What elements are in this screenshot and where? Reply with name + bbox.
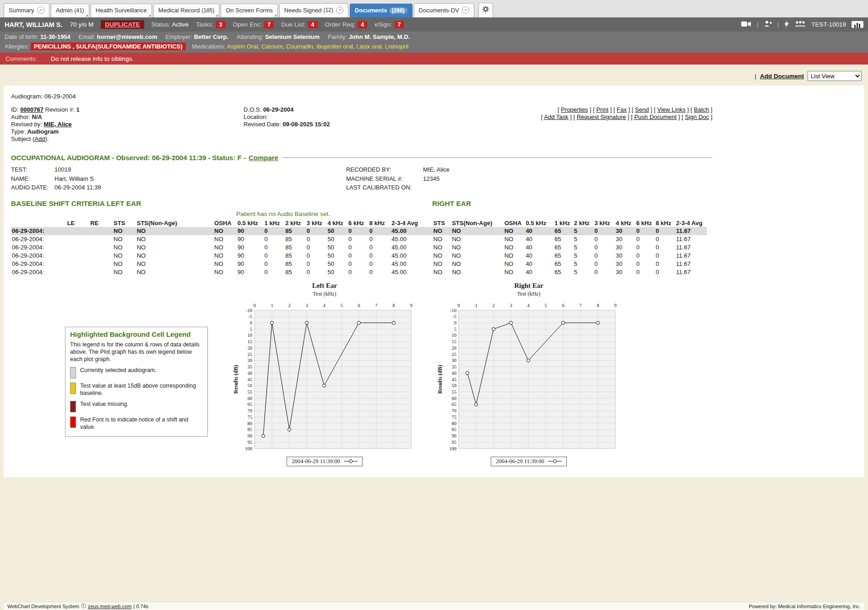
email-value[interactable]: horner@mieweb.com [97, 33, 157, 40]
tab-medical-record[interactable]: Medical Record(185) [153, 4, 219, 17]
column-header: STS(Non-Age) [451, 219, 504, 227]
test-name: Hart, William S [54, 174, 346, 184]
order-req-count-badge[interactable]: 4 [358, 21, 367, 28]
powered-by: Powered by: Medical Informatics Engineer… [749, 604, 861, 609]
lightning-icon[interactable] [784, 21, 789, 29]
patient-header: HART, WILLIAM S. 70 y/o M DUPLICATE Stat… [0, 17, 868, 32]
divider [283, 157, 712, 158]
chart-xlabel: Test (kHz) [233, 291, 417, 297]
open-new-window-icon[interactable]: ↗ [37, 6, 44, 14]
comments-bar: Comments: Do not release info to sibling… [0, 53, 868, 65]
document-controls: | Add Document List View [4, 69, 864, 86]
tab-health-surveillance[interactable]: Health Surveillance [91, 4, 152, 17]
tab-documents-dv[interactable]: Documents-DV ↗ [414, 3, 474, 17]
audiogram-row[interactable]: 06-29-2004:NONONO900850500045.00NONONO40… [11, 268, 707, 276]
chart-button[interactable] [852, 21, 863, 28]
view-select[interactable]: List View [808, 71, 862, 81]
doc-action-request-signature[interactable]: Request Signature [577, 113, 626, 120]
audiogram-row[interactable]: 06-29-2004:NONONO900850500045.00NONONO40… [11, 227, 707, 235]
doc-action-push-document[interactable]: Push Document [634, 113, 677, 120]
svg-text:-10: -10 [246, 308, 252, 313]
duplicate-flag[interactable]: DUPLICATE [101, 20, 144, 29]
doc-action-sign-doc[interactable]: Sign Doc [685, 113, 709, 120]
series-symbol-icon [344, 459, 358, 464]
author-value: N/A [32, 113, 42, 120]
column-header [11, 219, 66, 227]
footer-host-link[interactable]: zeus.med-web.com [88, 604, 131, 609]
add-document-link[interactable]: Add Document [760, 73, 804, 80]
main-content: | Add Document List View Audiogram: 06-2… [0, 65, 868, 610]
add-user-icon[interactable] [764, 21, 772, 28]
revised-date-value: 09-08-2025 15:02 [282, 121, 330, 128]
tab-summary[interactable]: Summary ↗ [4, 3, 49, 17]
doc-action-view-links[interactable]: View Links [657, 106, 686, 113]
column-header: 2-3-4 Avg [675, 219, 707, 227]
tab-needs-signed[interactable]: Needs Signed(12) ↗ [279, 3, 348, 17]
legend-swatch [70, 416, 76, 428]
audiogram-row[interactable]: 06-29-2004:NONONO900850500045.00NONONO40… [11, 260, 707, 268]
cell-legend-items: Currently selected audiogram.Test value … [70, 367, 203, 431]
doc-action-batch[interactable]: Batch [694, 106, 709, 113]
open-new-window-icon[interactable]: ↗ [462, 6, 469, 14]
document-title: Audiogram: 06-29-2004 [11, 93, 712, 100]
revised-by-link[interactable]: MIE, Alice [44, 121, 72, 128]
settings-tab[interactable] [478, 3, 493, 17]
column-header: STS [433, 219, 451, 227]
document-id-link[interactable]: 0000767 [20, 106, 43, 113]
svg-text:9: 9 [614, 303, 616, 308]
doc-action-properties[interactable]: Properties [561, 106, 588, 113]
info-icon[interactable]: ⓘ [81, 603, 86, 610]
tasks-count-badge[interactable]: 3 [216, 21, 226, 28]
column-header: LE [66, 219, 90, 227]
svg-text:95: 95 [248, 439, 253, 444]
esign-count-badge[interactable]: 7 [395, 21, 404, 28]
chart-xlabel: Test (kHz) [437, 291, 621, 297]
tab-documents[interactable]: Documents(288) [350, 4, 412, 17]
svg-text:5: 5 [544, 303, 547, 308]
no-baseline-message: Patient has no Audio Baseline set. [236, 211, 712, 217]
audiogram-heading: OCCUPATIONAL AUDIOGRAM - Observed: 06-29… [11, 154, 712, 162]
open-enc-count-badge[interactable]: 7 [264, 21, 274, 28]
open-new-window-icon[interactable]: ↗ [336, 6, 343, 14]
svg-text:2: 2 [288, 303, 290, 308]
compare-link[interactable]: Compare [249, 154, 278, 162]
dos-value: 06-29-2004 [263, 106, 294, 113]
svg-text:0: 0 [454, 320, 456, 325]
due-list-count-badge[interactable]: 4 [308, 21, 318, 28]
video-call-icon[interactable] [741, 21, 751, 28]
doc-action-fax[interactable]: Fax [617, 106, 627, 113]
tab-admin[interactable]: Admin(41) [51, 4, 89, 17]
cell-legend-box: Highlighted Background Cell Legend This … [65, 327, 208, 437]
svg-text:0: 0 [457, 303, 460, 308]
audiogram-row[interactable]: 06-29-2004:NONONO900850500045.00NONONO40… [11, 235, 707, 243]
svg-text:5: 5 [340, 303, 342, 308]
document-meta: ID: 0000767 Revision #: 1 Author: N/A Re… [11, 106, 712, 143]
audiogram-row[interactable]: 06-29-2004:NONONO900850500045.00NONONO40… [11, 252, 707, 260]
svg-text:1: 1 [271, 303, 273, 308]
patient-age-sex: 70 y/o M [70, 21, 93, 28]
type-value: Audiogram [27, 128, 59, 135]
column-header: 0.5 kHz [237, 219, 264, 227]
legend-item: Red Font is to indicate notice of a shif… [70, 416, 203, 431]
doc-action-add-task[interactable]: Add Task [544, 113, 568, 120]
audiogram-row[interactable]: 06-29-2004:NONONO900850500045.00NONONO40… [11, 243, 707, 252]
subject-add-link[interactable]: Add [34, 135, 45, 142]
svg-text:0: 0 [253, 303, 255, 308]
doc-actions-row-2: [ Add Task ] [ Request Signature ] [ Pus… [541, 113, 712, 121]
patient-name: HART, WILLIAM S. [5, 21, 62, 28]
column-header: 1 kHz [553, 219, 573, 227]
column-header: 3 kHz [593, 219, 615, 227]
svg-text:50: 50 [248, 383, 253, 388]
doc-action-send[interactable]: Send [635, 106, 649, 113]
allergies-chip[interactable]: PENICILLINS , SULFA(SULFONAMIDE ANTIBIOT… [31, 43, 186, 50]
tab-on-screen-forms[interactable]: On Screen Forms [221, 4, 278, 17]
svg-text:2: 2 [492, 303, 494, 308]
doc-action-print[interactable]: Print [596, 106, 608, 113]
column-header: 2 kHz [573, 219, 594, 227]
medications-list[interactable]: Aspirin Oral, Calcium, Coumadin, ibuprof… [227, 43, 409, 50]
dob-value: 11-30-1954 [40, 33, 71, 40]
left-ear-heading: BASELINE SHIFT CRITERIA LEFT EAR [11, 200, 432, 208]
left-ear-chart-block: Left Ear Test (kHz) 0123456789-10-505101… [233, 282, 417, 466]
group-icon[interactable] [795, 21, 806, 28]
svg-text:45: 45 [452, 377, 457, 382]
